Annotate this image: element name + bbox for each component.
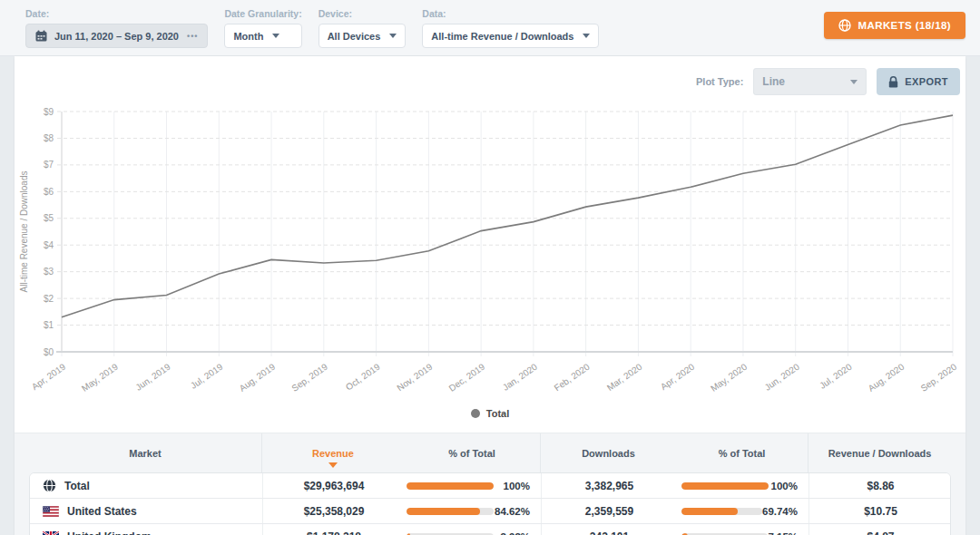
downloads-value: 2,359,559 <box>541 499 677 523</box>
plot-type-select[interactable]: Line <box>753 68 867 95</box>
data-filter-group: Data: All-time Revenue / Downloads <box>422 8 599 48</box>
table-row-united-states[interactable]: United States $25,358,029 84.62% 2,359,5… <box>30 499 950 524</box>
market-name: United States <box>67 505 137 518</box>
caret-down-icon <box>389 34 397 38</box>
svg-text:$4: $4 <box>44 240 54 250</box>
dashboard-card: Plot Type: Line EXPORT $0$1$2$3$4$5$6$7$… <box>15 56 965 535</box>
device-filter-group: Device: All Devices <box>318 8 407 48</box>
column-header-revenue[interactable]: Revenue <box>261 433 404 472</box>
data-select[interactable]: All-time Revenue / Downloads <box>422 24 599 48</box>
legend-label: Total <box>486 408 509 419</box>
revenue-value: $29,963,694 <box>262 473 405 498</box>
sort-desc-icon <box>328 462 338 468</box>
revenue-pct-value: 100% <box>504 481 541 491</box>
chart-legend[interactable]: Total <box>15 405 965 422</box>
export-button-label: EXPORT <box>905 76 948 87</box>
granularity-select[interactable]: Month <box>224 24 301 48</box>
column-header-downloads[interactable]: Downloads <box>540 433 676 472</box>
svg-text:$0: $0 <box>44 347 54 357</box>
device-value: All Devices <box>328 31 381 42</box>
device-label: Device: <box>318 8 407 19</box>
svg-text:Sep, 2020: Sep, 2020 <box>918 361 958 393</box>
downloads-pct-bar <box>681 508 762 515</box>
svg-text:Sep, 2019: Sep, 2019 <box>289 361 329 393</box>
svg-text:Aug, 2019: Aug, 2019 <box>238 361 278 393</box>
table-row-total[interactable]: Total $29,963,694 100% 3,382,965 100% $8… <box>30 473 950 499</box>
svg-text:$1: $1 <box>44 320 54 330</box>
date-label: Date: <box>25 8 208 19</box>
revenue-pct-bar <box>407 482 494 490</box>
svg-text:$7: $7 <box>44 160 54 170</box>
revenue-pct-cell: 3.93% <box>405 524 541 535</box>
granularity-filter-group: Date Granularity: Month <box>224 8 301 48</box>
export-button[interactable]: EXPORT <box>877 68 960 95</box>
svg-text:Dec, 2019: Dec, 2019 <box>447 361 487 393</box>
downloads-pct-value: 69.74% <box>762 506 808 517</box>
markets-table-section: Market Revenue % of Total Downloads % of… <box>15 433 965 535</box>
column-header-revenue-label: Revenue <box>312 448 354 459</box>
chart-area: $0$1$2$3$4$5$6$7$8$9Apr, 2019May, 2019Ju… <box>15 99 965 404</box>
svg-text:Jul, 2020: Jul, 2020 <box>818 361 854 391</box>
svg-text:$8: $8 <box>44 133 54 143</box>
column-header-market[interactable]: Market <box>29 433 261 472</box>
svg-text:Mar, 2020: Mar, 2020 <box>605 361 644 393</box>
revenue-per-download-value: $4.87 <box>808 524 951 535</box>
data-value: All-time Revenue / Downloads <box>431 31 573 42</box>
revenue-per-download-value: $10.75 <box>808 499 951 523</box>
us-flag-icon <box>43 506 59 517</box>
markets-button[interactable]: MARKETS (18/18) <box>824 12 966 39</box>
data-label: Data: <box>422 8 599 19</box>
downloads-pct-bar <box>681 482 769 490</box>
revenue-pct-cell: 100% <box>405 473 541 498</box>
column-header-revenue-per-download[interactable]: Revenue / Downloads <box>808 433 951 472</box>
uk-flag-icon <box>43 531 59 535</box>
market-name: Total <box>64 480 90 492</box>
plot-type-label: Plot Type: <box>696 76 743 87</box>
legend-dot-icon <box>471 409 480 418</box>
date-more-icon[interactable]: ••• <box>187 32 198 41</box>
svg-text:Jun, 2019: Jun, 2019 <box>133 361 172 392</box>
downloads-pct-value: 100% <box>771 481 808 491</box>
granularity-label: Date Granularity: <box>224 8 301 19</box>
svg-text:Jun, 2020: Jun, 2020 <box>763 361 802 392</box>
svg-text:$9: $9 <box>44 107 54 117</box>
device-select[interactable]: All Devices <box>318 24 407 48</box>
table-card: Total $29,963,694 100% 3,382,965 100% $8… <box>29 472 951 535</box>
date-range-value: Jun 11, 2020 – Sep 9, 2020 <box>54 31 179 42</box>
revenue-value: $1,178,218 <box>262 524 405 535</box>
column-header-revenue-pct[interactable]: % of Total <box>404 433 540 472</box>
svg-text:$2: $2 <box>44 294 54 304</box>
globe-icon <box>43 479 56 492</box>
column-header-downloads-pct[interactable]: % of Total <box>676 433 808 472</box>
revenue-pct-value: 3.93% <box>500 531 541 535</box>
downloads-pct-cell: 100% <box>677 473 808 498</box>
plot-type-value: Line <box>762 75 850 88</box>
svg-text:Apr, 2020: Apr, 2020 <box>659 361 697 392</box>
revenue-pct-cell: 84.62% <box>405 499 541 523</box>
svg-text:Aug, 2020: Aug, 2020 <box>867 361 906 393</box>
svg-text:Apr, 2019: Apr, 2019 <box>30 361 68 392</box>
revenue-per-download-value: $8.86 <box>808 473 951 498</box>
svg-text:Jul, 2019: Jul, 2019 <box>189 361 225 391</box>
date-range-button[interactable]: Jun 11, 2020 – Sep 9, 2020 ••• <box>25 24 208 48</box>
market-name: United Kingdom <box>67 530 152 535</box>
date-filter-group: Date: Jun 11, 2020 – Sep 9, 2020 ••• <box>25 8 208 48</box>
revenue-pct-bar <box>407 508 494 515</box>
caret-down-icon <box>272 34 279 38</box>
revenue-value: $25,358,029 <box>262 499 405 523</box>
svg-text:Jan, 2020: Jan, 2020 <box>501 361 540 392</box>
downloads-value: 242,101 <box>541 524 677 535</box>
downloads-pct-cell: 7.15% <box>677 524 808 535</box>
svg-text:$5: $5 <box>44 213 54 223</box>
svg-text:May, 2020: May, 2020 <box>709 361 749 394</box>
markets-button-label: MARKETS (18/18) <box>858 20 952 31</box>
svg-text:$6: $6 <box>44 187 54 197</box>
table-row-united-kingdom[interactable]: United Kingdom $1,178,218 3.93% 242,101 … <box>30 524 950 535</box>
revenue-pct-value: 84.62% <box>495 506 541 517</box>
table-header-row: Market Revenue % of Total Downloads % of… <box>29 433 951 472</box>
filter-toolbar: Date: Jun 11, 2020 – Sep 9, 2020 ••• Dat… <box>0 0 980 56</box>
chart-toolbar: Plot Type: Line EXPORT <box>15 56 965 95</box>
caret-down-icon <box>850 80 858 84</box>
revenue-downloads-chart: $0$1$2$3$4$5$6$7$8$9Apr, 2019May, 2019Ju… <box>15 99 965 400</box>
granularity-value: Month <box>233 31 263 42</box>
